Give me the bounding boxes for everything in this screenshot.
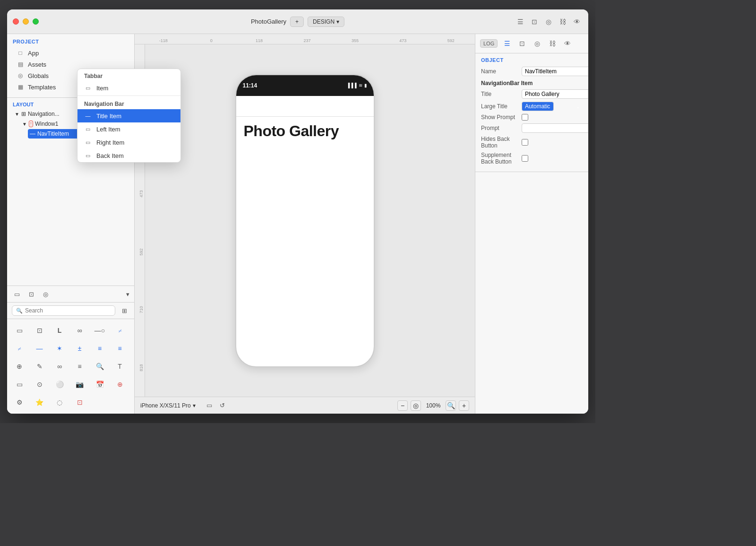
comp-btn-26[interactable]: ⭐ [31,394,48,411]
panel-collapse-button[interactable]: ▾ [126,291,129,298]
nav-icon: ⊞ [21,111,26,117]
back-item-icon: ▭ [84,152,92,159]
title-prop-label: Title [481,91,519,97]
comp-btn-11[interactable]: ≡ [91,340,108,357]
comp-btn-12[interactable]: ≡ [112,340,129,357]
ruler-mark-v-2: 473 [139,165,144,223]
comp-btn-13[interactable]: ⊕ [11,358,28,375]
ruler-mark-3: 237 [283,38,331,43]
link-icon[interactable]: ⛓ [557,16,568,27]
close-button[interactable] [13,18,19,25]
panel-view-icon-1[interactable]: ▭ [12,289,22,299]
hides-back-checkbox[interactable] [522,139,528,146]
comp-btn-18[interactable]: T [112,358,129,375]
tree-item-navigation-label: Navigation... [28,111,60,117]
design-mode-button[interactable]: DESIGN ▾ [308,17,344,27]
comp-btn-1[interactable]: ▭ [11,322,28,339]
comp-btn-19[interactable]: ▭ [11,376,28,393]
dropdown-right-item-label: Right Item [96,139,124,146]
panel-view-icon-3[interactable]: ◎ [40,289,51,299]
comp-btn-6[interactable]: ⌿ [112,322,129,339]
right-panel: LOG ☰ ⊡ ◎ ⛓ 👁 OBJECT Name 19 NavigationB… [475,34,588,414]
comp-btn-2[interactable]: ⊡ [31,322,48,339]
dropdown-item-back-item[interactable]: ▭ Back Item [77,149,180,162]
comp-btn-17[interactable]: 🔍 [91,358,108,375]
zoom-fit-button[interactable]: ◎ [411,400,421,411]
name-prop-input[interactable] [522,67,588,76]
comp-btn-5[interactable]: —○ [91,322,108,339]
device-selector[interactable]: iPhone X/XS/11 Pro ▾ [140,402,196,409]
minimize-button[interactable] [23,18,29,25]
supplement-checkbox[interactable] [522,155,528,162]
panel-view-icon-2[interactable]: ⊡ [26,289,36,299]
list-icon[interactable]: ☰ [515,16,526,27]
add-button[interactable]: + [290,17,304,27]
sidebar-item-assets-label: Assets [28,61,46,68]
show-prompt-checkbox[interactable] [522,114,528,121]
comp-btn-23[interactable]: 📅 [91,376,108,393]
left-item-icon: ▭ [84,125,92,133]
comp-btn-14[interactable]: ✎ [31,358,48,375]
comp-btn-25[interactable]: ⚙ [11,394,28,411]
large-title-select[interactable]: Automatic Always Never [522,102,554,111]
log-button[interactable]: LOG [480,39,498,48]
component-search-bar[interactable]: 🔍 [12,305,115,316]
comp-btn-28[interactable]: ⊡ [71,394,88,411]
comp-btn-22[interactable]: 📷 [71,376,88,393]
navtitleitem-icon: — [30,130,35,137]
comp-btn-4[interactable]: ∞ [71,322,88,339]
maximize-button[interactable] [33,18,39,25]
comp-btn-9[interactable]: ✶ [51,340,68,357]
ruler-mark-4: 355 [331,38,379,43]
sidebar-item-globals-label: Globals [28,72,49,79]
rotate-icon[interactable]: ↺ [217,400,228,411]
prop-row-show-prompt: Show Prompt [481,114,583,121]
comp-btn-21[interactable]: ⚪ [51,376,68,393]
dropdown-item-title-item[interactable]: — Title Item [77,109,180,122]
search-toolbar: 🔍 ⊞ [7,303,134,319]
window-title-area: PhotoGallery + DESIGN ▾ [251,17,344,27]
dropdown-item-tabbar-item[interactable]: ▭ Item [77,81,180,95]
comp-btn-7[interactable]: ⌿ [11,340,28,357]
zoom-in-button[interactable]: + [459,400,469,411]
screen-icon[interactable]: ▭ [204,400,215,411]
comp-btn-27[interactable]: ◌ [51,394,68,411]
prompt-input[interactable] [522,123,588,133]
comp-btn-8[interactable]: — [31,340,48,357]
component-grid: ▭ ⊡ L ∞ —○ ⌿ ⌿ — ✶ ± ≡ ≡ ⊕ ✎ ∞ ≡ 🔍 [7,319,134,414]
assets-icon: ▤ [17,61,24,68]
right-tab-link-icon[interactable]: ⛓ [547,38,558,49]
right-tab-list-icon[interactable]: ☰ [501,38,513,49]
right-tab-frame-icon[interactable]: ⊡ [516,38,528,49]
iphone-time: 11:14 [243,82,258,89]
canvas-content[interactable]: 237 355 473 592 710 818 11:14 ▐▐▐ ≋ ▮ [135,44,475,397]
hides-back-label: Hides Back Button [481,136,519,149]
right-tab-target-icon[interactable]: ◎ [532,38,543,49]
comp-btn-24[interactable]: ⊕ [112,376,129,393]
search-input[interactable] [25,307,111,314]
dropdown-title-item-label: Title Item [96,113,121,120]
target-icon[interactable]: ◎ [543,16,554,27]
comp-btn-16[interactable]: ≡ [71,358,88,375]
navbar-section-header: Navigation Bar [77,97,180,109]
dropdown-menu: Tabbar ▭ Item Navigation Bar — Title Ite… [77,69,181,163]
dropdown-item-right-item[interactable]: ▭ Right Item [77,136,180,149]
comp-btn-10[interactable]: ± [71,340,88,357]
expand-arrow-2: ▼ [22,121,27,127]
eye-icon[interactable]: 👁 [571,16,583,27]
comp-btn-3[interactable]: L [51,322,68,339]
grid-view-icon[interactable]: ⊞ [119,305,129,316]
zoom-search-button[interactable]: 🔍 [446,400,456,411]
dropdown-item-left-item[interactable]: ▭ Left Item [77,122,180,136]
show-prompt-label: Show Prompt [481,114,519,121]
right-tab-eye-icon[interactable]: 👁 [562,38,573,49]
title-prop-input[interactable] [522,89,588,99]
tree-item-window1-label: Window1 [35,121,58,127]
zoom-out-button[interactable]: − [397,400,408,411]
comp-btn-15[interactable]: ∞ [51,358,68,375]
sidebar-item-app[interactable]: □ App [13,47,129,59]
comp-btn-20[interactable]: ⊙ [31,376,48,393]
supplement-label: Supplement Back Button [481,152,519,165]
dropdown-divider-1 [77,95,180,96]
frame-icon[interactable]: ⊡ [529,16,540,27]
